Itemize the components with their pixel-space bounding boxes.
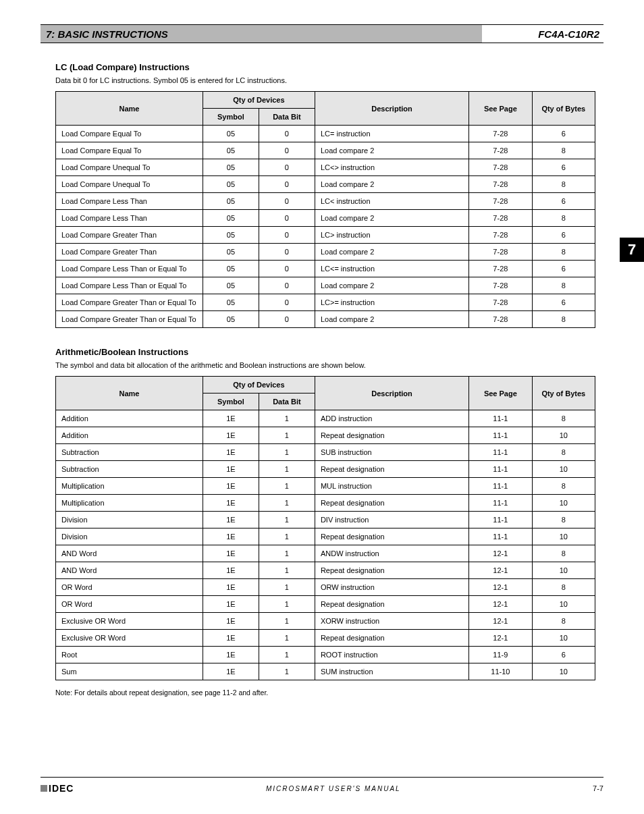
table-row: Exclusive OR Word1E1Repeat designation12… [56,630,595,647]
cell-data: 0 [259,126,315,142]
section2-subtitle: The symbol and data bit allocation of th… [55,361,603,369]
cell-see: 7-28 [469,159,532,176]
cell-sym: 1E [203,663,259,680]
table-row: AND Word1E1Repeat designation12-110 [56,562,595,579]
idec-logo: IDEC [41,783,74,794]
cell-name: Load Compare Unequal To [56,176,203,193]
table-row: OR Word1E1Repeat designation12-110 [56,596,595,613]
col-qty-bytes: Qty of Bytes [532,377,595,410]
table-row: Addition1E1ADD instruction11-18 [56,410,595,427]
cell-desc: Repeat designation [315,562,468,579]
col-name: Name [56,92,203,126]
cell-see: 11-1 [469,495,532,512]
table-row: Root1E1ROOT instruction11-96 [56,647,595,663]
cell-sym: 1E [203,613,259,630]
cell-sym: 05 [203,176,259,193]
cell-desc: LC>= instruction [315,294,468,311]
cell-desc: ROOT instruction [315,647,468,663]
col-name: Name [56,377,203,410]
table-row: Load Compare Greater Than050Load compare… [56,244,595,261]
cell-sym: 05 [203,159,259,176]
cell-sym: 1E [203,444,259,461]
cell-sym: 1E [203,495,259,512]
cell-desc: SUM instruction [315,663,468,680]
cell-data: 1 [259,562,315,579]
cell-desc: SUB instruction [315,444,468,461]
cell-see: 11-1 [469,427,532,444]
cell-data: 1 [259,630,315,647]
cell-name: Exclusive OR Word [56,613,203,630]
cell-desc: XORW instruction [315,613,468,630]
cell-data: 1 [259,495,315,512]
cell-name: OR Word [56,596,203,613]
cell-see: 7-28 [469,210,532,227]
cell-see: 12-1 [469,579,532,596]
cell-desc: Load compare 2 [315,142,468,159]
cell-name: Multiplication [56,478,203,495]
cell-desc: LC= instruction [315,126,468,142]
cell-desc: Load compare 2 [315,244,468,261]
cell-data: 0 [259,277,315,294]
cell-data: 1 [259,427,315,444]
cell-sym: 1E [203,427,259,444]
cell-qty: 8 [532,277,595,294]
cell-see: 11-9 [469,647,532,663]
cell-qty: 8 [532,444,595,461]
cell-name: Load Compare Greater Than or Equal To [56,311,203,328]
cell-see: 7-28 [469,311,532,328]
cell-desc: Load compare 2 [315,277,468,294]
cell-see: 7-28 [469,142,532,159]
cell-see: 12-1 [469,596,532,613]
cell-desc: LC> instruction [315,227,468,244]
cell-sym: 1E [203,478,259,495]
table-row: Subtraction1E1SUB instruction11-18 [56,444,595,461]
cell-sym: 05 [203,244,259,261]
cell-sym: 05 [203,142,259,159]
cell-data: 1 [259,613,315,630]
col-desc: Description [315,377,468,410]
cell-name: AND Word [56,562,203,579]
cell-desc: Repeat designation [315,427,468,444]
cell-qty: 6 [532,227,595,244]
cell-see: 7-28 [469,227,532,244]
cell-see: 12-1 [469,630,532,647]
cell-see: 7-28 [469,176,532,193]
table-row: Load Compare Greater Than or Equal To050… [56,294,595,311]
logo-text: IDEC [49,783,74,794]
table-row: Sum1E1SUM instruction11-1010 [56,663,595,680]
cell-see: 12-1 [469,613,532,630]
cell-see: 7-28 [469,244,532,261]
cell-desc: Load compare 2 [315,210,468,227]
cell-see: 7-28 [469,126,532,142]
cell-qty: 8 [532,512,595,528]
cell-data: 0 [259,176,315,193]
cell-data: 0 [259,294,315,311]
cell-desc: LC<= instruction [315,261,468,277]
cell-data: 0 [259,227,315,244]
cell-qty: 10 [532,562,595,579]
cell-data: 0 [259,244,315,261]
header-right: FC4A-C10R2 [482,25,603,43]
cell-data: 1 [259,444,315,461]
table-row: Load Compare Equal To050Load compare 27-… [56,142,595,159]
cell-qty: 8 [532,311,595,328]
cell-qty: 8 [532,613,595,630]
cell-data: 1 [259,545,315,562]
page-number: 7-7 [593,784,603,792]
table-row: Multiplication1E1MUL instruction11-18 [56,478,595,495]
cell-desc: Load compare 2 [315,311,468,328]
cell-sym: 1E [203,410,259,427]
cell-see: 11-1 [469,410,532,427]
cell-sym: 1E [203,579,259,596]
col-symbol: Symbol [203,109,259,126]
cell-desc: Repeat designation [315,528,468,545]
cell-data: 1 [259,663,315,680]
table-row: Load Compare Unequal To050Load compare 2… [56,176,595,193]
table-row: Load Compare Less Than or Equal To050Loa… [56,277,595,294]
cell-qty: 6 [532,294,595,311]
col-see: See Page [469,92,532,126]
cell-name: Exclusive OR Word [56,630,203,647]
cell-data: 1 [259,512,315,528]
cell-sym: 1E [203,545,259,562]
table-row: AND Word1E1ANDW instruction12-18 [56,545,595,562]
